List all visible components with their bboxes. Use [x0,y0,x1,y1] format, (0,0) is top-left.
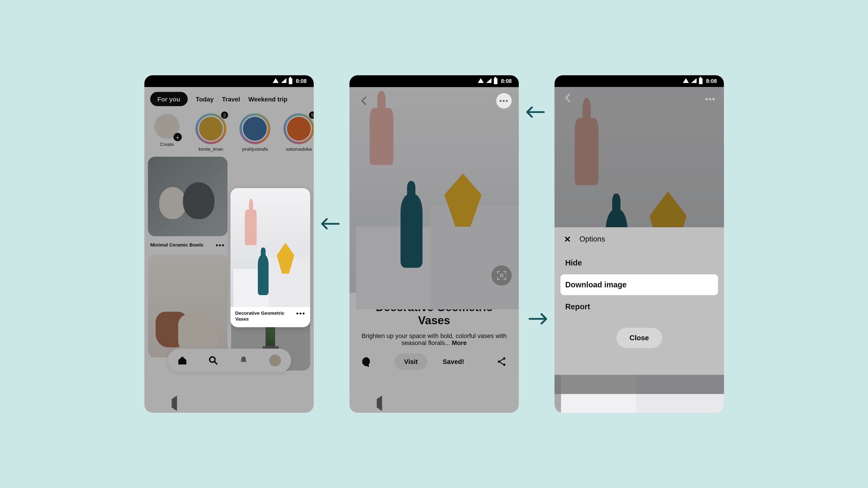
signal-icon [691,78,696,84]
story-badge: 5 [308,111,314,119]
pin-title: Decorative Geometric Vases [359,301,509,327]
pin-image [230,188,310,307]
option-download-image[interactable]: Download image [560,274,718,295]
phone-options: 8:08 ••• ✕ Options Hide Download image R… [555,75,724,413]
story-label: yeahjustrafa [242,147,268,152]
feed-tabs: For you Today Travel Weekend trip [144,87,314,110]
sheet-title: Options [579,235,605,243]
more-link[interactable]: More [452,339,467,346]
wifi-icon [683,78,689,84]
story-create[interactable]: + Create [151,113,182,152]
phone-feed: 8:08 For you Today Travel Weekend trip +… [144,75,314,413]
back-icon[interactable] [356,93,372,108]
share-icon[interactable] [495,355,508,368]
tab-for-you[interactable]: For you [150,92,187,106]
battery-icon [494,78,497,84]
pin-detail-screen: Decorative Geometric Vases Brighten up y… [349,87,519,394]
close-icon[interactable]: ✕ [564,234,571,244]
more-icon[interactable]: ••• [705,94,716,104]
status-bar: 8:08 [555,75,724,87]
home-icon[interactable] [177,355,188,366]
saved-label: Saved! [433,353,473,370]
tutorial-arrow-2 [524,105,545,119]
status-time: 8:08 [706,78,717,84]
pin-image [148,157,227,236]
option-hide[interactable]: Hide [560,252,718,273]
pin-card-bowls[interactable] [148,157,227,236]
pin-card-bed[interactable] [148,254,227,358]
bell-icon[interactable] [238,355,249,366]
pin-title: Decorative Geometric Vases [235,311,296,323]
android-nav [349,394,519,413]
story-label: Create [160,142,174,147]
wifi-icon [273,78,278,84]
options-sheet: ✕ Options Hide Download image Report Clo… [555,227,724,375]
search-icon[interactable] [208,355,218,366]
story-label: kenta_iman [198,147,223,152]
pin-title: Minimal Ceramic Bowls [150,242,203,248]
more-icon[interactable]: ••• [296,311,305,316]
back-icon[interactable] [563,92,573,105]
options-screen: ••• ✕ Options Hide Download image Report… [555,87,724,394]
svg-point-1 [500,274,503,277]
signal-icon [486,78,491,84]
status-time: 8:08 [296,78,306,84]
story-user-2[interactable]: yeahjustrafa [239,113,270,152]
more-options-button[interactable]: ••• [496,93,512,108]
more-icon[interactable]: ••• [215,242,225,248]
visit-button[interactable]: Visit [395,353,427,370]
status-bar: 8:08 [349,75,519,87]
tab-weekend-trip[interactable]: Weekend trip [248,95,287,103]
story-label: satomadoka [286,147,312,152]
battery-icon [699,78,703,84]
wifi-icon [477,78,484,84]
pin-description: Brighten up your space with bold, colorf… [362,332,506,346]
status-bar: 8:08 [144,75,314,87]
signal-icon [281,78,286,84]
story-user-3[interactable]: 5 satomadoka [283,113,313,152]
stories-row: + Create 2 kenta_iman yeahjustrafa [144,110,314,157]
svg-point-0 [210,357,215,362]
pin-hero [349,87,519,293]
close-button[interactable]: Close [616,328,662,348]
android-nav [144,394,314,413]
avatar[interactable] [269,355,281,366]
tutorial-arrow-1 [318,217,340,231]
tab-today[interactable]: Today [195,95,213,103]
option-report[interactable]: Report [560,296,718,317]
pin-detail-text: Decorative Geometric Vases Brighten up y… [349,293,519,346]
comment-icon[interactable] [360,355,373,368]
feed-screen: For you Today Travel Weekend trip + Crea… [144,87,314,394]
story-user-1[interactable]: 2 kenta_iman [195,113,226,152]
pin-image [148,254,227,358]
back-key[interactable] [377,399,382,408]
svg-point-4 [503,364,505,366]
pin-meta: Minimal Ceramic Bowls ••• [148,240,227,251]
tab-travel[interactable]: Travel [222,95,240,103]
svg-point-2 [498,361,500,363]
phone-detail: 8:08 Decorative Geometric Vases Brighten… [349,75,519,413]
lens-icon[interactable] [491,265,512,286]
status-time: 8:08 [501,78,512,84]
svg-point-3 [503,357,505,360]
battery-icon [289,78,292,84]
tutorial-arrow-3 [528,312,550,326]
action-row: Visit Saved! [349,346,519,379]
bottom-nav [167,349,291,372]
back-key[interactable] [172,399,177,408]
story-badge: 2 [220,111,229,119]
pin-card-vases-highlight[interactable]: Decorative Geometric Vases ••• [230,188,310,327]
